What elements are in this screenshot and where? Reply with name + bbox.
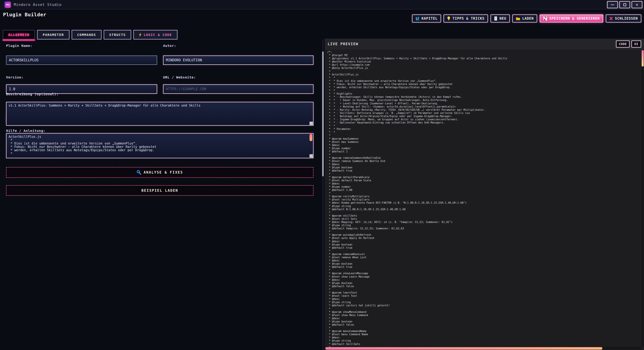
hilfe-textarea-wrap: ActorSkillPlus.js * * Dies ist die umben… bbox=[6, 133, 314, 158]
preview-horizontal-scrollbar-thumb[interactable] bbox=[325, 347, 602, 350]
lightbulb-icon bbox=[447, 16, 450, 21]
code-preview-area[interactable]: /*: * @target MZ * @plugindesc v1.1 Acto… bbox=[325, 49, 642, 347]
folder-icon bbox=[516, 17, 520, 20]
document-icon bbox=[494, 16, 498, 21]
close-icon: × bbox=[636, 3, 638, 7]
tab-allgemein-label: ALLGEMEIN bbox=[8, 33, 29, 37]
neu-button[interactable]: NEU bbox=[490, 15, 510, 23]
live-preview-header: LIVE PREVIEW CODE UI bbox=[325, 39, 644, 49]
tab-logic-code[interactable]: LOGIC & CODE bbox=[133, 30, 178, 40]
left-panel-scrollbar-track[interactable] bbox=[322, 40, 324, 350]
analyse-fixes-label: ANALYSE & FIXES bbox=[144, 170, 183, 174]
hilfe-label: Hilfe / Anleitung: bbox=[6, 129, 314, 133]
app-logo-icon: MAS bbox=[5, 2, 11, 8]
plugin-name-input[interactable] bbox=[6, 55, 157, 65]
tab-structs[interactable]: STRUCTS bbox=[104, 30, 131, 40]
code-view-button[interactable]: CODE bbox=[616, 41, 630, 48]
app-title: Mindoro Asset Studio bbox=[14, 0, 62, 10]
lightning-bolt-icon bbox=[139, 33, 142, 37]
autor-label: Autor: bbox=[163, 44, 314, 48]
minimize-button[interactable] bbox=[607, 1, 618, 8]
maximize-icon bbox=[623, 3, 626, 6]
speichern-generieren-button[interactable]: SPEICHERN & GENERIEREN bbox=[540, 15, 603, 23]
tab-parameter[interactable]: PARAMETER bbox=[37, 30, 69, 40]
kapitel-label: KAPITEL bbox=[422, 17, 438, 21]
close-button[interactable]: × bbox=[632, 1, 642, 8]
preview-horizontal-scrollbar-track[interactable] bbox=[325, 347, 642, 350]
ui-view-button[interactable]: UI bbox=[632, 41, 641, 48]
analyse-fixes-button[interactable]: ANALYSE & FIXES bbox=[6, 167, 314, 178]
x-icon bbox=[609, 17, 613, 21]
hilfe-scrollbar-thumb[interactable] bbox=[310, 134, 312, 141]
tab-commands[interactable]: COMMANDS bbox=[72, 30, 102, 40]
beschreibung-textarea[interactable]: v1.1 ActorSkillPlus: Summons + Rarity + … bbox=[6, 102, 314, 126]
tab-bar: ALLGEMEIN PARAMETER COMMANDS STRUCTS LOG… bbox=[3, 30, 178, 40]
hilfe-textarea[interactable]: ActorSkillPlus.js * * Dies ist die umben… bbox=[6, 133, 314, 158]
preview-vertical-scrollbar-thumb[interactable] bbox=[642, 50, 644, 67]
live-preview-panel: LIVE PREVIEW CODE UI /*: * @target MZ * … bbox=[325, 39, 644, 350]
plugin-name-label: Plugin Name: bbox=[6, 44, 157, 48]
title-bar: MAS Mindoro Asset Studio × bbox=[0, 0, 644, 10]
tipps-tricks-button[interactable]: TIPPS & TRICKS bbox=[444, 15, 488, 23]
tab-allgemein[interactable]: ALLGEMEIN bbox=[3, 30, 35, 40]
beispiel-laden-label: BEISPIEL LADEN bbox=[142, 189, 178, 193]
window-controls: × bbox=[607, 1, 642, 8]
laden-label: LADEN bbox=[522, 17, 534, 21]
schliessen-label: SCHLIESSEN bbox=[615, 17, 638, 21]
magnifier-icon bbox=[136, 170, 141, 175]
beschreibung-label: Beschreibung (optional): bbox=[6, 92, 314, 96]
tipps-label: TIPPS & TRICKS bbox=[452, 17, 484, 21]
resize-grip-icon[interactable] bbox=[310, 122, 313, 125]
minimize-icon bbox=[611, 5, 614, 5]
schliessen-button[interactable]: SCHLIESSEN bbox=[606, 15, 641, 23]
neu-label: NEU bbox=[500, 17, 506, 21]
preview-mode-toggle: CODE UI bbox=[616, 41, 641, 48]
version-label: Version: bbox=[6, 75, 157, 79]
beispiel-laden-button[interactable]: BEISPIEL LADEN bbox=[6, 185, 314, 196]
url-label: URL / Webseite: bbox=[163, 75, 314, 79]
page-title: Plugin Builder bbox=[3, 12, 46, 18]
tab-parameter-label: PARAMETER bbox=[42, 33, 64, 37]
floppy-icon bbox=[543, 16, 547, 21]
resize-grip-icon[interactable] bbox=[310, 154, 313, 158]
books-icon bbox=[416, 16, 420, 21]
code-preview-text: /*: * @target MZ * @plugindesc v1.1 Acto… bbox=[325, 49, 642, 347]
tab-logic-label: LOGIC & CODE bbox=[144, 33, 172, 37]
kapitel-button[interactable]: KAPITEL bbox=[412, 15, 441, 23]
header-actions: KAPITEL TIPPS & TRICKS NEU LADEN bbox=[412, 15, 641, 23]
live-preview-title: LIVE PREVIEW bbox=[328, 42, 358, 46]
tab-commands-label: COMMANDS bbox=[77, 33, 96, 37]
autor-input[interactable] bbox=[163, 55, 314, 65]
left-panel-scrollbar-thumb[interactable] bbox=[322, 51, 324, 177]
maximize-button[interactable] bbox=[619, 1, 630, 8]
beschreibung-textarea-wrap: v1.1 ActorSkillPlus: Summons + Rarity + … bbox=[6, 102, 314, 126]
speichern-label: SPEICHERN & GENERIEREN bbox=[549, 17, 600, 21]
preview-vertical-scrollbar-track[interactable] bbox=[642, 49, 644, 347]
laden-button[interactable]: LADEN bbox=[512, 15, 537, 23]
tab-structs-label: STRUCTS bbox=[109, 33, 126, 37]
